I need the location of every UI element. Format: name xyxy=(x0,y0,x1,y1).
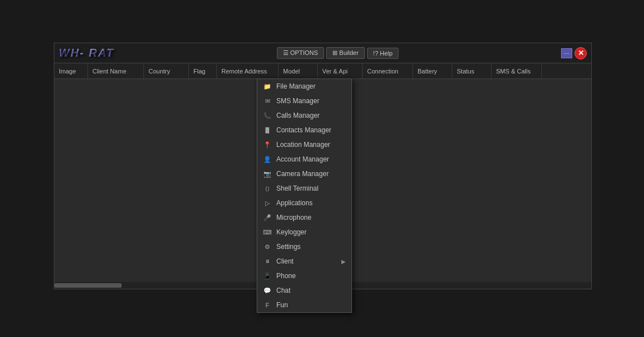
col-flag[interactable]: Flag xyxy=(189,63,217,79)
contacts-manager-icon: ▐▌ xyxy=(263,126,272,135)
menu-item-fun[interactable]: F Fun xyxy=(257,298,351,312)
applications-icon: ▷ xyxy=(263,198,272,207)
camera-manager-icon: 📷 xyxy=(263,169,272,178)
close-icon: ✕ xyxy=(578,49,584,57)
help-menu-button[interactable]: !? Help xyxy=(367,48,399,59)
menu-item-file-manager[interactable]: 📁 File Manager xyxy=(257,79,351,94)
location-manager-label: Location Manager xyxy=(276,141,330,149)
titlebar-menu: ☰ OPTIONS ⊞ Builder !? Help xyxy=(277,47,399,59)
client-icon: 🖥 xyxy=(263,257,272,266)
col-remote-address[interactable]: Remote Address xyxy=(217,63,279,79)
sms-manager-icon: ✉ xyxy=(263,96,272,105)
menu-item-client[interactable]: 🖥 Client ▶ xyxy=(257,254,351,269)
menu-item-chat[interactable]: 💬 Chat xyxy=(257,283,351,298)
fun-label: Fun xyxy=(276,301,288,309)
col-ver-api[interactable]: Ver & Api xyxy=(318,63,363,79)
col-connection[interactable]: Connection xyxy=(363,63,413,79)
contacts-manager-label: Contacts Manager xyxy=(276,126,331,134)
menu-item-location-manager[interactable]: 📍 Location Manager xyxy=(257,137,351,152)
menu-item-calls-manager[interactable]: 📞 Calls Manager xyxy=(257,108,351,123)
applications-label: Applications xyxy=(276,199,313,207)
app-background: WH- RAT ☰ OPTIONS ⊞ Builder !? Help — ✕ … xyxy=(0,0,644,337)
menu-item-contacts-manager[interactable]: ▐▌ Contacts Manager xyxy=(257,123,351,137)
col-client-name[interactable]: Client Name xyxy=(88,63,144,79)
col-image[interactable]: Image xyxy=(54,63,88,79)
close-button[interactable]: ✕ xyxy=(574,47,587,59)
menu-item-camera-manager[interactable]: 📷 Camera Manager xyxy=(257,167,351,181)
col-country[interactable]: Country xyxy=(144,63,189,79)
titlebar: WH- RAT ☰ OPTIONS ⊞ Builder !? Help — ✕ xyxy=(54,43,591,63)
menu-item-keylogger[interactable]: ⌨ Keylogger xyxy=(257,225,351,239)
keylogger-icon: ⌨ xyxy=(263,228,272,237)
sms-manager-label: SMS Manager xyxy=(276,97,319,105)
fun-icon: F xyxy=(263,301,272,310)
microphone-label: Microphone xyxy=(276,214,312,221)
calls-manager-label: Calls Manager xyxy=(276,112,319,119)
options-menu-button[interactable]: ☰ OPTIONS xyxy=(277,47,325,59)
col-sms-calls[interactable]: SMS & Calls xyxy=(492,63,542,79)
file-manager-icon: 📁 xyxy=(263,82,272,91)
microphone-icon: 🎤 xyxy=(263,213,272,222)
location-manager-icon: 📍 xyxy=(263,140,272,149)
context-menu: 📁 File Manager ✉ SMS Manager 📞 Calls Man… xyxy=(257,79,352,313)
minimize-icon: — xyxy=(564,50,569,56)
phone-label: Phone xyxy=(276,272,296,280)
client-submenu-arrow: ▶ xyxy=(341,258,346,265)
settings-icon: ⚙ xyxy=(263,242,272,251)
settings-label: Settings xyxy=(276,243,300,251)
col-model[interactable]: Model xyxy=(279,63,318,79)
scrollbar-thumb[interactable] xyxy=(54,283,122,288)
account-manager-label: Account Manager xyxy=(276,155,329,163)
minimize-button[interactable]: — xyxy=(561,48,572,58)
file-manager-label: File Manager xyxy=(276,82,316,90)
phone-icon: 📱 xyxy=(263,271,272,280)
menu-item-settings[interactable]: ⚙ Settings xyxy=(257,239,351,254)
camera-manager-label: Camera Manager xyxy=(276,170,328,178)
shell-terminal-label: Shell Terminal xyxy=(276,184,318,192)
col-status[interactable]: Status xyxy=(452,63,492,79)
menu-item-phone[interactable]: 📱 Phone xyxy=(257,269,351,283)
app-logo: WH- RAT xyxy=(59,47,114,59)
menu-item-shell-terminal[interactable]: ⟨⟩ Shell Terminal xyxy=(257,181,351,196)
shell-terminal-icon: ⟨⟩ xyxy=(263,184,272,193)
window-controls: — ✕ xyxy=(561,47,587,59)
col-battery[interactable]: Battery xyxy=(413,63,452,79)
account-manager-icon: 👤 xyxy=(263,155,272,164)
calls-manager-icon: 📞 xyxy=(263,111,272,120)
keylogger-label: Keylogger xyxy=(276,228,307,236)
menu-item-applications[interactable]: ▷ Applications xyxy=(257,196,351,210)
menu-item-account-manager[interactable]: 👤 Account Manager xyxy=(257,152,351,167)
builder-menu-button[interactable]: ⊞ Builder xyxy=(326,47,364,59)
menu-item-microphone[interactable]: 🎤 Microphone xyxy=(257,210,351,225)
chat-icon: 💬 xyxy=(263,286,272,295)
menu-item-sms-manager[interactable]: ✉ SMS Manager xyxy=(257,94,351,108)
client-label: Client xyxy=(276,257,294,265)
column-headers: Image Client Name Country Flag Remote Ad… xyxy=(54,63,591,79)
chat-label: Chat xyxy=(276,287,290,294)
